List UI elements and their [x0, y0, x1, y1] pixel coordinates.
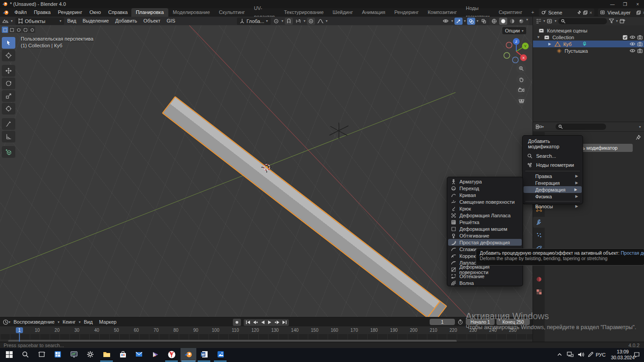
network-icon[interactable]	[564, 348, 576, 361]
submenu-item-wave[interactable]: Волна	[447, 280, 523, 286]
outliner-row-empty[interactable]: Пустышка	[533, 47, 644, 54]
properties-options-icon[interactable]: ▾	[639, 125, 641, 129]
menu-render[interactable]: Рендеринг	[54, 8, 86, 17]
menu-tl-view[interactable]: Вид	[81, 319, 96, 325]
tool-cursor[interactable]	[2, 50, 15, 61]
menu-add[interactable]: Добавить	[112, 17, 140, 25]
menu-edit[interactable]: Правка	[30, 8, 54, 17]
mode-selector[interactable]: Объекты ▾	[15, 18, 64, 25]
timeline-ruler[interactable]: 1102030405060708090100110120130140150160…	[0, 326, 533, 334]
tool-scale[interactable]	[2, 90, 15, 102]
collection-expand-icon[interactable]: ▼	[537, 35, 540, 39]
tab-texture-properties[interactable]	[533, 286, 545, 297]
tab-scripting[interactable]: Скриптинг	[494, 8, 527, 17]
tab-sculpting[interactable]: Скульптинг	[214, 8, 250, 17]
collection-render-icon[interactable]	[637, 35, 643, 40]
tab-rendering[interactable]: Рендеринг	[390, 8, 423, 17]
menu-keying[interactable]: Кеинг	[60, 319, 79, 325]
jump-to-start-button[interactable]	[245, 320, 251, 325]
shading-wireframe-button[interactable]	[490, 18, 498, 25]
select-circle-button[interactable]	[15, 27, 22, 33]
perspective-toggle-button[interactable]	[516, 96, 526, 106]
snap-toggle-button[interactable]	[285, 18, 293, 25]
select-lasso-button[interactable]	[22, 27, 28, 33]
modifier-menu-search[interactable]: Search...	[523, 151, 583, 160]
submenu-item-shrinkwrap[interactable]: Обтягивание	[447, 232, 523, 239]
people-app-icon[interactable]	[50, 348, 65, 361]
overlays-toggle-button[interactable]	[467, 18, 475, 25]
tab-shading[interactable]: Шейдинг	[328, 8, 357, 17]
menu-playback[interactable]: Воспроизведение	[10, 319, 58, 325]
submenu-item-lattice[interactable]: Решётка	[447, 219, 523, 225]
shading-solid-button[interactable]	[499, 18, 507, 25]
scene-selector[interactable]: Scene ×	[539, 9, 594, 16]
blender-taskbar-icon[interactable]	[181, 348, 196, 361]
gizmos-toggle-button[interactable]	[454, 18, 463, 25]
empty-render-icon[interactable]	[637, 48, 643, 53]
properties-editor-icon[interactable]	[536, 124, 542, 129]
settings-icon[interactable]	[83, 348, 98, 361]
modifier-menu-geometry-nodes[interactable]: Ноды геометрии	[523, 160, 583, 170]
outliner-search-input[interactable]	[558, 18, 607, 24]
modifier-category-edit[interactable]: Правка▶	[523, 173, 583, 179]
word-icon[interactable]: W	[197, 348, 212, 361]
start-button[interactable]	[1, 348, 17, 361]
monitor-app-icon[interactable]	[66, 348, 82, 361]
shading-material-button[interactable]	[508, 18, 516, 25]
menu-view[interactable]: Вид	[64, 17, 79, 25]
modifier-category-generate[interactable]: Генерация▶	[523, 179, 583, 186]
menu-file[interactable]: Файл	[11, 8, 30, 17]
cube-hide-icon[interactable]	[630, 41, 635, 46]
submenu-item-laplacian-deform[interactable]: Деформация Лапласа	[447, 212, 523, 219]
media-player-icon[interactable]	[148, 348, 163, 361]
yandex-browser-icon[interactable]	[164, 348, 179, 361]
timeline-editor-icon[interactable]	[3, 319, 9, 325]
falloff-curve-button[interactable]	[316, 18, 324, 25]
auto-keying-button[interactable]	[233, 319, 241, 326]
outliner-row-scene-collection[interactable]: Коллекция сцены	[533, 27, 644, 34]
submenu-item-hook[interactable]: Крюк	[447, 205, 523, 212]
jump-to-end-button[interactable]	[281, 320, 287, 325]
collection-checkbox[interactable]	[622, 35, 628, 40]
submenu-item-simple-deform[interactable]: Простая деформация	[448, 239, 522, 246]
snap-target-button[interactable]	[294, 18, 302, 25]
blender-menu-icon[interactable]	[3, 10, 9, 15]
tool-move[interactable]	[2, 65, 15, 77]
properties-search-input[interactable]	[556, 124, 606, 130]
submenu-item-curve[interactable]: Кривая	[447, 192, 523, 198]
play-button[interactable]	[267, 320, 273, 325]
outliner-row-cube[interactable]: ▶ Куб	[533, 41, 644, 47]
pivot-point-button[interactable]	[272, 18, 280, 25]
tool-add-primitive[interactable]	[2, 146, 15, 158]
task-view-button[interactable]	[34, 348, 49, 361]
outliner-filter-mode-button[interactable]	[547, 18, 553, 24]
modifier-category-physics[interactable]: Физика▶	[523, 193, 583, 200]
cube-render-icon[interactable]	[637, 41, 643, 46]
tab-layout[interactable]: Планировка	[131, 8, 168, 17]
submenu-item-displace[interactable]: Смещение поверхности	[447, 198, 523, 205]
cursor-3d[interactable]	[261, 161, 273, 173]
zoom-view-button[interactable]	[516, 64, 526, 73]
taskbar-search-button[interactable]	[18, 348, 33, 361]
object-visibility-button[interactable]	[442, 18, 450, 25]
minimize-button[interactable]: —	[606, 2, 619, 7]
tool-rotate[interactable]	[2, 78, 15, 89]
xray-toggle-button[interactable]	[480, 18, 488, 25]
tab-modifier-properties[interactable]	[533, 217, 545, 228]
tab-modeling[interactable]: Моделирование	[168, 8, 214, 17]
modifier-category-hair[interactable]: Волосы▶	[523, 203, 583, 210]
tray-expand-icon[interactable]	[554, 348, 565, 361]
tab-compositing[interactable]: Композитинг	[423, 8, 462, 17]
select-box-button[interactable]	[9, 27, 15, 33]
modifier-category-deform[interactable]: Деформация▶	[524, 186, 582, 193]
tool-annotate[interactable]	[2, 118, 15, 130]
notifications-icon[interactable]	[631, 348, 643, 361]
menu-gis[interactable]: GIS	[163, 17, 178, 25]
prev-keyframe-button[interactable]	[252, 320, 259, 325]
tab-texture[interactable]: Текстурирование	[279, 8, 328, 17]
maximize-button[interactable]: ❐	[619, 2, 631, 7]
play-reverse-button[interactable]	[259, 320, 266, 325]
current-frame-field[interactable]: 1	[430, 319, 455, 325]
transform-orientation-dropdown[interactable]: Глоба... ▾	[237, 18, 270, 25]
proportional-editing-button[interactable]	[307, 18, 315, 25]
